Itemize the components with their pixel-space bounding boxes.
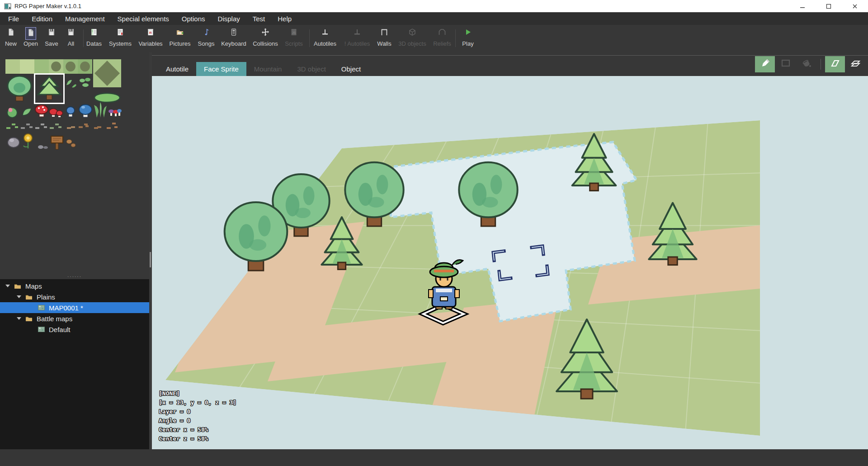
tile-diamond[interactable] <box>93 59 121 87</box>
expand-arrow-icon[interactable] <box>17 317 21 320</box>
tabs: AutotileFace SpriteMountain3D objectObje… <box>158 62 368 76</box>
expand-arrow-icon[interactable] <box>5 285 10 287</box>
tree-item-plains[interactable]: Plains <box>0 291 149 302</box>
map-icon <box>38 327 45 332</box>
map-canvas[interactable] <box>152 76 868 449</box>
menu-edition[interactable]: Edition <box>25 12 59 25</box>
panel-splitter[interactable]: ······ <box>0 274 149 279</box>
status-line: [x = 13, y = 0, z = 3] <box>159 398 236 407</box>
close-button[interactable] <box>842 0 868 12</box>
tile-terrain-spot[interactable] <box>78 59 92 74</box>
tile-sign[interactable] <box>50 135 64 150</box>
toolbar-play[interactable]: Play <box>446 28 490 47</box>
tile-terrain-spot[interactable] <box>63 59 78 74</box>
map-icon <box>38 305 45 310</box>
menu-display[interactable]: Display <box>212 12 246 25</box>
bucket-icon <box>801 57 812 71</box>
tile-terrain[interactable] <box>5 59 20 74</box>
status-line: [NONE] <box>159 389 236 398</box>
folder-icon <box>25 316 33 322</box>
tile-pebbles-brown[interactable] <box>65 138 77 148</box>
tile-debris[interactable] <box>5 122 19 130</box>
window-controls <box>789 0 868 12</box>
tab-autotile[interactable]: Autotile <box>158 62 196 76</box>
tree-item-battle-maps[interactable]: Battle maps <box>0 313 149 324</box>
tile-rock[interactable] <box>6 134 21 148</box>
tile-mushroom-cluster[interactable] <box>108 106 122 118</box>
separator-handle[interactable] <box>150 252 151 267</box>
tile-terrain-spot[interactable] <box>49 59 63 74</box>
tab-face-sprite[interactable]: Face Sprite <box>196 62 246 76</box>
pencil-icon <box>759 57 771 71</box>
tile-debris[interactable] <box>93 124 101 129</box>
status-line: Layer = 0 <box>159 407 236 416</box>
left-panel: ······ MapsPlainsMAP0001 *Battle mapsDef… <box>0 52 149 449</box>
tree-item-map0001[interactable]: MAP0001 * <box>0 302 149 313</box>
folder-icon <box>14 283 21 289</box>
tab-object[interactable]: Object <box>334 62 368 76</box>
pencil-tool-button[interactable] <box>755 56 775 72</box>
tile-debris[interactable] <box>49 122 62 130</box>
tile-mushrooms-red[interactable] <box>49 107 63 119</box>
tile-leaf[interactable] <box>20 105 33 119</box>
content: ······ MapsPlainsMAP0001 *Battle mapsDef… <box>0 52 868 449</box>
tile-debris[interactable] <box>34 122 48 130</box>
status-line: Angle = 0 <box>159 416 236 425</box>
tile-mushroom-blue[interactable] <box>78 103 93 119</box>
svg-text:R: R <box>149 31 152 35</box>
tile-debris[interactable] <box>106 121 118 130</box>
map-viewport[interactable]: [NONE][x = 13, y = 0, z = 3]Layer = 0Ang… <box>152 76 868 449</box>
tools-separator <box>821 59 821 70</box>
tile-mushroom-blue-small[interactable] <box>64 105 77 119</box>
svg-text:JS: JS <box>292 31 296 34</box>
tile-mushroom-red[interactable] <box>34 104 49 119</box>
layers-icon <box>850 57 862 71</box>
main-area: AutotileFace SpriteMountain3D objectObje… <box>152 52 868 449</box>
plane-tool-button[interactable] <box>825 56 845 72</box>
rectangle-tool-button <box>776 56 796 72</box>
tree-item-default[interactable]: Default <box>0 324 149 335</box>
tile-terrain[interactable] <box>20 59 34 74</box>
tile-pebbles[interactable] <box>37 143 49 148</box>
tile-sprig[interactable] <box>64 76 78 89</box>
folder-icon <box>25 294 33 300</box>
tree-item-label: MAP0001 * <box>49 304 83 312</box>
tile-tree-round[interactable] <box>5 75 33 103</box>
bottom-statusbar <box>0 449 868 466</box>
status-line: Center x = 50% <box>159 425 236 434</box>
menu-management[interactable]: Management <box>59 12 111 25</box>
window-title: RPG Paper Maker v.1.0.1 <box>14 3 81 10</box>
menu-help[interactable]: Help <box>271 12 298 25</box>
menu-file[interactable]: File <box>2 12 25 25</box>
expand-arrow-icon[interactable] <box>17 295 21 298</box>
tree-item-label: Maps <box>25 282 42 290</box>
tileset-palette[interactable] <box>0 52 149 274</box>
tree-item-label: Default <box>49 326 71 333</box>
tree-item-label: Battle maps <box>37 315 72 323</box>
tree-item-maps[interactable]: Maps <box>0 281 149 291</box>
map-tree: MapsPlainsMAP0001 *Battle mapsDefault <box>0 279 149 449</box>
menu-special-elements[interactable]: Special elements <box>111 12 175 25</box>
tab-3d-object: 3D object <box>289 62 333 76</box>
menu-options[interactable]: Options <box>175 12 212 25</box>
tile-debris[interactable] <box>20 122 33 130</box>
rectangle-icon <box>780 57 792 71</box>
minimize-button[interactable] <box>789 0 816 12</box>
play-icon <box>446 28 490 39</box>
tile-tree-pine-selected[interactable] <box>35 75 63 103</box>
tile-debris[interactable] <box>66 124 75 129</box>
tile-lilypad[interactable] <box>5 105 19 119</box>
tile-grass-tall[interactable] <box>93 100 108 119</box>
layers-tool-button[interactable] <box>846 56 866 72</box>
menu-test[interactable]: Test <box>246 12 272 25</box>
titlebar: RPG Paper Maker v.1.0.1 <box>0 0 868 12</box>
tile-terrain[interactable] <box>34 59 49 74</box>
tile-leaves[interactable] <box>79 76 92 89</box>
tile-debris[interactable] <box>78 122 90 129</box>
paint-tools <box>755 56 866 72</box>
app-icon <box>4 3 11 10</box>
toolbar-label: Play <box>446 40 490 47</box>
tile-flower[interactable] <box>22 133 34 149</box>
maximize-button[interactable] <box>816 0 842 12</box>
bucket-tool-button <box>797 56 816 72</box>
